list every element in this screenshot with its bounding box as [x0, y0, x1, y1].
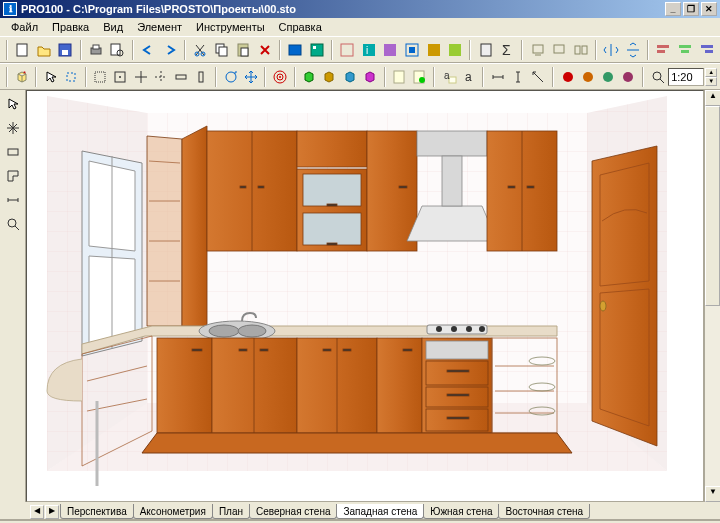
flip-v-icon[interactable] — [623, 39, 644, 61]
tab-south[interactable]: Южная стена — [423, 504, 499, 519]
render2-icon[interactable] — [578, 66, 597, 88]
tab-north[interactable]: Северная стена — [249, 504, 338, 519]
menu-edit[interactable]: Правка — [45, 21, 96, 33]
paste-icon[interactable] — [233, 39, 254, 61]
wall-tool-icon[interactable] — [2, 141, 24, 163]
delete-icon[interactable] — [254, 39, 275, 61]
group-c-icon[interactable] — [571, 39, 592, 61]
tab-prev-button[interactable]: ◀ — [30, 505, 44, 519]
menu-file[interactable]: Файл — [4, 21, 45, 33]
new-file-icon[interactable] — [12, 39, 33, 61]
save-icon[interactable] — [55, 39, 76, 61]
tool-e-icon[interactable] — [423, 39, 444, 61]
render4-icon[interactable] — [619, 66, 638, 88]
asterisk-tool-icon[interactable] — [2, 117, 24, 139]
print-icon[interactable] — [86, 39, 107, 61]
flip-h-icon[interactable] — [601, 39, 622, 61]
svg-marker-139 — [600, 163, 649, 286]
arrow-tool-icon[interactable] — [2, 93, 24, 115]
tab-plan[interactable]: План — [212, 504, 250, 519]
group-a-icon[interactable] — [527, 39, 548, 61]
render1-icon[interactable] — [558, 66, 577, 88]
minimize-button[interactable]: _ — [665, 2, 681, 16]
align-a-icon[interactable] — [653, 39, 674, 61]
svg-rect-2 — [62, 50, 68, 55]
tab-axonometry[interactable]: Аксонометрия — [133, 504, 213, 519]
zoom-icon[interactable] — [648, 66, 667, 88]
render3-icon[interactable] — [598, 66, 617, 88]
svg-rect-116 — [297, 338, 377, 433]
scroll-down-button[interactable]: ▼ — [705, 486, 720, 502]
tool-d-icon[interactable] — [402, 39, 423, 61]
copy-icon[interactable] — [211, 39, 232, 61]
move-cross-icon[interactable] — [241, 66, 260, 88]
snap-d-icon[interactable] — [151, 66, 170, 88]
align-c-icon[interactable] — [696, 39, 717, 61]
dim-a-icon[interactable] — [488, 66, 507, 88]
svg-rect-9 — [216, 44, 224, 53]
zoom-up-button[interactable]: ▲ — [705, 68, 717, 77]
snap-f-icon[interactable] — [192, 66, 211, 88]
cube3-icon[interactable] — [340, 66, 359, 88]
scroll-up-button[interactable]: ▲ — [705, 90, 720, 106]
cube2-icon[interactable] — [320, 66, 339, 88]
svg-rect-33 — [681, 50, 689, 53]
svg-rect-35 — [705, 50, 713, 53]
maximize-button[interactable]: ❐ — [683, 2, 699, 16]
cut-icon[interactable] — [190, 39, 211, 61]
undo-icon[interactable] — [138, 39, 159, 61]
dim-c-icon[interactable] — [529, 66, 548, 88]
tab-perspective[interactable]: Перспектива — [60, 504, 134, 519]
menu-view[interactable]: Вид — [96, 21, 130, 33]
rotate-icon[interactable] — [221, 66, 240, 88]
clipboard1-icon[interactable] — [390, 66, 409, 88]
menu-help[interactable]: Справка — [272, 21, 329, 33]
text-icon[interactable]: a — [459, 66, 478, 88]
svg-rect-12 — [241, 48, 248, 56]
snap-a-icon[interactable] — [91, 66, 110, 88]
dim-tool-icon[interactable] — [2, 189, 24, 211]
scroll-thumb-v[interactable] — [705, 106, 720, 306]
tool-c-icon[interactable] — [380, 39, 401, 61]
menu-tools[interactable]: Инструменты — [189, 21, 272, 33]
print-preview-icon[interactable] — [107, 39, 128, 61]
redo-icon[interactable] — [159, 39, 180, 61]
dim-b-icon[interactable] — [509, 66, 528, 88]
zoom-input[interactable] — [668, 68, 704, 86]
tool-a-icon[interactable] — [337, 39, 358, 61]
snap-e-icon[interactable] — [172, 66, 191, 88]
calculator-icon[interactable] — [475, 39, 496, 61]
snap-c-icon[interactable] — [131, 66, 150, 88]
cube4-icon[interactable] — [360, 66, 379, 88]
close-button[interactable]: ✕ — [701, 2, 717, 16]
cube1-icon[interactable] — [300, 66, 319, 88]
sum-icon[interactable]: Σ — [497, 39, 518, 61]
menu-element[interactable]: Элемент — [130, 21, 189, 33]
clipboard2-icon[interactable] — [410, 66, 429, 88]
tab-east[interactable]: Восточная стена — [498, 504, 590, 519]
group-b-icon[interactable] — [549, 39, 570, 61]
select-icon[interactable] — [41, 66, 60, 88]
svg-point-98 — [199, 321, 275, 341]
zoom-down-button[interactable]: ▼ — [705, 77, 717, 86]
snap-b-icon[interactable] — [111, 66, 130, 88]
tab-west[interactable]: Западная стена — [336, 504, 424, 519]
svg-rect-31 — [657, 50, 665, 53]
shape-tool-icon[interactable] — [2, 165, 24, 187]
viewport[interactable] — [26, 90, 704, 502]
svg-rect-47 — [394, 71, 404, 83]
target-icon[interactable] — [270, 66, 289, 88]
move-icon[interactable] — [61, 66, 80, 88]
svg-rect-16 — [341, 44, 353, 56]
open-file-icon[interactable] — [34, 39, 55, 61]
library-icon[interactable] — [285, 39, 306, 61]
tab-next-button[interactable]: ▶ — [45, 505, 59, 519]
catalog-icon[interactable] — [307, 39, 328, 61]
tool-f-icon[interactable] — [445, 39, 466, 61]
text-anno-icon[interactable]: a — [439, 66, 458, 88]
zoom-tool-icon[interactable] — [2, 213, 24, 235]
cube-new-icon[interactable]: * — [12, 66, 31, 88]
align-b-icon[interactable] — [675, 39, 696, 61]
vertical-scrollbar[interactable]: ▲ ▼ — [704, 90, 720, 502]
tool-b-icon[interactable]: i — [359, 39, 380, 61]
